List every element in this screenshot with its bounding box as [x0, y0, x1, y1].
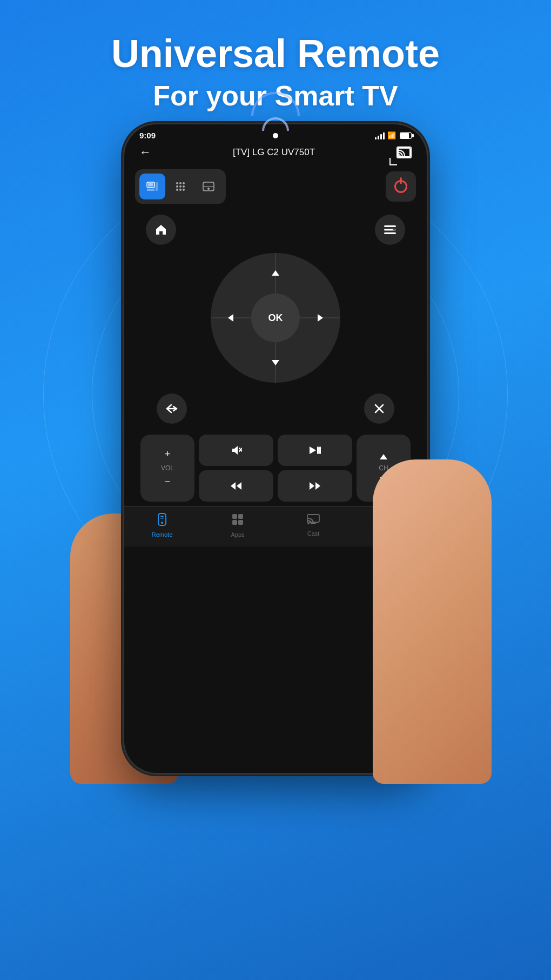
svg-rect-19 [384, 232, 396, 234]
battery-fill [400, 133, 409, 138]
svg-point-16 [207, 188, 210, 190]
volume-button[interactable]: + VOL − [140, 435, 194, 502]
rewind-button[interactable] [199, 470, 273, 502]
svg-rect-29 [160, 516, 164, 517]
svg-rect-25 [317, 446, 319, 454]
app-title: Universal Remote [111, 32, 440, 75]
cast-tab-icon [307, 514, 320, 528]
exit-button[interactable] [364, 394, 394, 424]
back-button[interactable]: ← [139, 145, 151, 159]
dpad-left-button[interactable] [217, 304, 244, 331]
signal-bar-1 [375, 137, 377, 139]
svg-point-28 [161, 522, 163, 524]
svg-point-12 [179, 189, 182, 191]
vol-minus-icon: − [165, 476, 171, 488]
keypad-button[interactable] [167, 174, 193, 199]
vol-plus-icon: + [165, 449, 171, 460]
signal-bars [375, 132, 385, 139]
svg-point-10 [183, 185, 185, 188]
mute-button[interactable] [199, 435, 273, 466]
apps-tab-icon [231, 513, 244, 529]
svg-point-8 [176, 185, 178, 188]
wifi-signal-above [251, 92, 300, 138]
fast-forward-button[interactable] [278, 470, 352, 502]
remote-tab-icon [156, 513, 169, 529]
svg-rect-20 [393, 229, 396, 231]
wifi-arc-large [251, 92, 300, 116]
menu-button[interactable] [375, 215, 405, 245]
svg-point-5 [176, 182, 178, 184]
svg-point-11 [176, 189, 178, 191]
input-source-button[interactable] [139, 174, 165, 199]
cast-button[interactable] [397, 146, 412, 158]
svg-rect-2 [148, 183, 153, 186]
phone-wrapper: 9:09 📶 ← [TV] LG C2 UV750T [124, 124, 427, 773]
tab-cast-label: Cast [307, 530, 320, 537]
back-button-remote[interactable] [157, 394, 187, 424]
home-menu-row [135, 215, 416, 245]
svg-point-9 [179, 185, 182, 188]
power-button[interactable] [386, 171, 416, 202]
power-icon [394, 180, 407, 193]
svg-rect-17 [384, 225, 396, 227]
tab-apps-label: Apps [231, 531, 244, 538]
dpad-up-button[interactable] [262, 259, 289, 286]
svg-rect-4 [156, 182, 158, 191]
svg-rect-31 [232, 514, 237, 519]
home-button[interactable] [146, 215, 176, 245]
nav-title: [TV] LG C2 UV750T [233, 147, 315, 158]
svg-point-6 [179, 182, 182, 184]
signal-bar-4 [383, 132, 385, 139]
tab-remote-label: Remote [152, 531, 173, 538]
ok-button[interactable]: OK [251, 294, 300, 342]
svg-rect-30 [160, 518, 164, 519]
wifi-status-icon: 📶 [387, 131, 396, 139]
svg-point-13 [183, 189, 185, 191]
tab-cast[interactable]: Cast [276, 514, 351, 537]
vol-label: VOL [161, 464, 174, 472]
tab-remote[interactable]: Remote [124, 513, 200, 538]
svg-rect-26 [319, 446, 321, 454]
status-time: 9:09 [139, 131, 156, 140]
signal-bar-2 [378, 136, 379, 139]
input-btn-group [135, 169, 226, 204]
touchpad-button[interactable] [196, 174, 221, 199]
dpad-right-button[interactable] [307, 304, 334, 331]
svg-rect-34 [238, 520, 243, 525]
svg-point-7 [183, 182, 185, 184]
battery-icon [400, 132, 412, 139]
svg-rect-3 [147, 189, 154, 191]
dpad: OK [211, 253, 340, 383]
wifi-arc-small [262, 117, 289, 131]
dpad-down-button[interactable] [262, 349, 289, 376]
signal-bar-3 [380, 134, 382, 139]
hand-right [373, 459, 492, 784]
top-controls [135, 169, 416, 204]
svg-rect-33 [232, 520, 237, 525]
skip-next-button[interactable] [278, 435, 352, 466]
remote-content: OK [124, 165, 427, 506]
tab-apps[interactable]: Apps [200, 513, 276, 538]
svg-rect-32 [238, 514, 243, 519]
wifi-dot [273, 133, 278, 138]
status-icons: 📶 [375, 131, 412, 139]
back-exit-row [135, 394, 416, 424]
dpad-container: OK [135, 253, 416, 383]
